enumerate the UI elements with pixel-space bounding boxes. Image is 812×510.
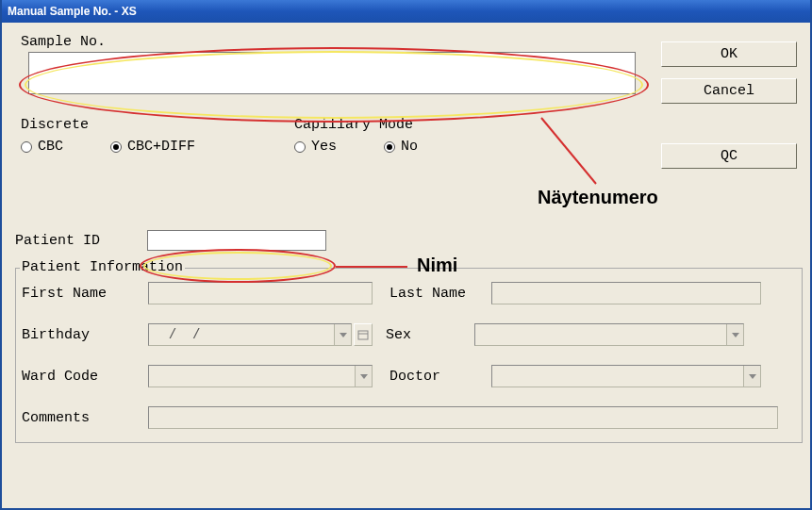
sex-label: Sex (386, 327, 474, 343)
radio-icon (21, 141, 32, 153)
birthday-input[interactable] (148, 323, 352, 346)
discrete-title: Discrete (21, 117, 294, 133)
sex-input[interactable] (474, 323, 744, 346)
birthday-label: Birthday (22, 327, 148, 343)
qc-button[interactable]: QC (661, 143, 797, 169)
chevron-down-icon[interactable] (355, 366, 372, 387)
first-name-input[interactable] (148, 282, 373, 304)
radio-icon (294, 141, 306, 153)
birthday-calendar-button[interactable] (354, 323, 373, 346)
dialog-content: OK Cancel QC Sample No. Discrete CBC CBC… (2, 23, 810, 454)
capillary-yes-option[interactable]: Yes (294, 139, 337, 155)
chevron-down-icon[interactable] (334, 324, 351, 345)
window: Manual Sample No. - XS OK Cancel QC Samp… (0, 0, 812, 510)
comments-label: Comments (22, 410, 148, 426)
discrete-cbc-option[interactable]: CBC (21, 139, 63, 155)
radio-icon (110, 141, 122, 153)
comments-input[interactable] (148, 406, 778, 429)
right-button-column: OK Cancel QC (661, 41, 797, 180)
sample-no-input[interactable] (28, 52, 636, 94)
ward-code-label: Ward Code (22, 369, 148, 385)
calendar-icon (357, 329, 369, 340)
patient-info-legend: Patient Information (20, 259, 185, 275)
patient-info-fieldset: Patient Information First Name Last Name… (15, 268, 803, 443)
cancel-button[interactable]: Cancel (661, 78, 797, 104)
first-name-label: First Name (22, 286, 148, 302)
chevron-down-icon[interactable] (726, 324, 743, 345)
patient-id-label: Patient ID (15, 233, 106, 249)
titlebar: Manual Sample No. - XS (2, 0, 810, 23)
last-name-input[interactable] (491, 282, 761, 304)
ok-button[interactable]: OK (661, 41, 797, 67)
window-title: Manual Sample No. - XS (8, 5, 137, 18)
last-name-label: Last Name (389, 286, 491, 302)
radio-icon (384, 141, 395, 153)
doctor-label: Doctor (389, 369, 491, 385)
capillary-title: Capillary Mode (294, 117, 465, 133)
ward-code-input[interactable] (148, 365, 373, 387)
patient-id-input[interactable] (147, 230, 326, 251)
svg-rect-0 (358, 331, 368, 339)
capillary-no-label: No (401, 139, 418, 155)
chevron-down-icon[interactable] (743, 366, 760, 387)
capillary-group: Capillary Mode Yes No (294, 117, 465, 155)
discrete-group: Discrete CBC CBC+DIFF (21, 117, 294, 155)
doctor-input[interactable] (491, 365, 761, 387)
discrete-cbcdiff-option[interactable]: CBC+DIFF (110, 139, 195, 155)
discrete-cbcdiff-label: CBC+DIFF (127, 139, 195, 155)
capillary-yes-label: Yes (311, 139, 337, 155)
capillary-no-option[interactable]: No (384, 139, 418, 155)
discrete-cbc-label: CBC (38, 139, 63, 155)
